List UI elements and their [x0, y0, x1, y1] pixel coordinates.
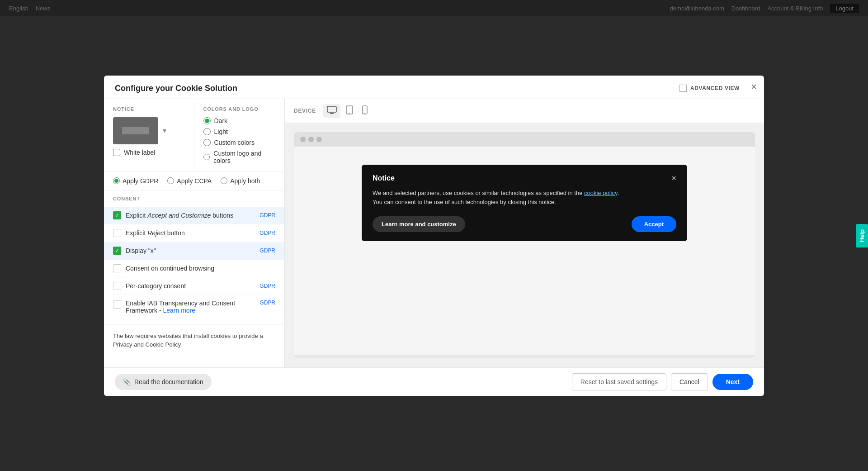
- notice-dropdown-arrow[interactable]: ▾: [163, 126, 166, 135]
- consent-checkbox-iab[interactable]: [113, 300, 121, 309]
- law-text-section: The law requires websites that install c…: [104, 324, 284, 357]
- color-label-custom-colors: Custom colors: [214, 139, 255, 146]
- left-panel: NOTICE ▾ White label: [104, 99, 285, 367]
- colors-section-header: COLORS AND LOGO: [203, 106, 276, 112]
- browser-dot-1: [300, 137, 306, 142]
- read-docs-button[interactable]: 📎 Read the documentation: [115, 374, 212, 390]
- consent-checkbox-accept-customize[interactable]: ✓: [113, 211, 121, 219]
- white-label-row: White label: [113, 149, 185, 156]
- right-panel: DEVICE: [285, 99, 764, 367]
- consent-item-continued-browsing: Consent on continued browsing: [113, 260, 275, 277]
- consent-section: CONSENT ✓ Explicit Accept and Customize …: [104, 190, 284, 324]
- consent-text-per-category: Per-category consent: [126, 282, 255, 290]
- cookie-policy-link[interactable]: cookie policy: [584, 190, 617, 196]
- color-option-custom-colors[interactable]: Custom colors: [203, 139, 276, 146]
- apply-both-radio[interactable]: [221, 177, 227, 184]
- color-option-custom-logo-colors[interactable]: Custom logo and colors: [203, 150, 276, 164]
- white-label-checkbox[interactable]: [113, 149, 120, 156]
- modal-body: NOTICE ▾ White label: [104, 99, 764, 367]
- device-label: DEVICE: [294, 108, 316, 114]
- consent-text-continued-browsing: Consent on continued browsing: [126, 265, 275, 272]
- consent-checkbox-continued-browsing[interactable]: [113, 264, 121, 272]
- consent-item-accept-customize: ✓ Explicit Accept and Customize buttons …: [104, 207, 284, 224]
- notice-section-header: NOTICE: [113, 106, 185, 112]
- advanced-view-label: ADVANCED VIEW: [690, 85, 740, 91]
- advanced-view-checkbox[interactable]: [679, 85, 687, 92]
- apply-row: Apply GDPR Apply CCPA Apply both: [104, 172, 284, 190]
- consent-text-accept-customize: Explicit Accept and Customize buttons: [126, 212, 255, 219]
- cookie-notice-footer: Learn more and customize Accept: [373, 216, 676, 232]
- apply-gdpr-label: Apply GDPR: [123, 177, 158, 185]
- cookie-notice-body-text: We and selected partners, use cookies or…: [373, 190, 584, 196]
- apply-ccpa-label: Apply CCPA: [177, 177, 212, 185]
- apply-ccpa-item[interactable]: Apply CCPA: [167, 177, 212, 185]
- device-mobile-button[interactable]: [359, 104, 371, 118]
- apply-gdpr-item[interactable]: Apply GDPR: [113, 177, 158, 185]
- notice-colors-row: NOTICE ▾ White label: [104, 99, 284, 172]
- accept-button[interactable]: Accept: [632, 216, 676, 232]
- color-label-custom-logo-colors: Custom logo and colors: [213, 150, 275, 164]
- modal: × Configure your Cookie Solution ADVANCE…: [104, 76, 764, 396]
- consent-text-reject: Explicit Reject button: [126, 229, 255, 237]
- tablet-icon: [346, 105, 353, 114]
- svg-rect-0: [327, 106, 336, 112]
- paperclip-icon: 📎: [123, 378, 131, 385]
- apply-gdpr-radio[interactable]: [113, 177, 120, 184]
- apply-both-label: Apply both: [230, 177, 260, 185]
- browser-dot-2: [308, 137, 314, 142]
- learn-more-button[interactable]: Learn more and customize: [373, 216, 465, 232]
- color-option-light[interactable]: Light: [203, 128, 276, 135]
- reset-button[interactable]: Reset to last saved settings: [572, 373, 666, 390]
- cancel-button[interactable]: Cancel: [671, 373, 708, 390]
- cookie-notice-close-button[interactable]: ×: [671, 174, 676, 183]
- help-tab[interactable]: Help: [856, 224, 868, 247]
- learn-more-link[interactable]: Learn more: [163, 307, 195, 314]
- law-text: The law requires websites that install c…: [113, 332, 275, 349]
- modal-close-button[interactable]: ×: [751, 81, 757, 93]
- apply-ccpa-radio[interactable]: [167, 177, 174, 184]
- browser-content: Notice × We and selected partners, use c…: [294, 147, 755, 355]
- consent-item-display-x: ✓ Display "x" GDPR: [104, 242, 284, 260]
- consent-text-display-x: Display "x": [126, 247, 255, 254]
- colors-column: COLORS AND LOGO Dark Light: [194, 99, 285, 171]
- white-label-text: White label: [124, 149, 155, 156]
- consent-item-iab: Enable IAB Transparency and Consent Fram…: [113, 295, 275, 319]
- device-bar: DEVICE: [285, 99, 764, 123]
- notice-preview: ▾: [113, 117, 185, 144]
- modal-footer: 📎 Read the documentation Reset to last s…: [104, 367, 764, 396]
- color-radio-group: Dark Light Custom colors: [203, 117, 276, 164]
- modal-header: Configure your Cookie Solution ADVANCED …: [104, 76, 764, 99]
- gdpr-badge-accept-customize: GDPR: [259, 212, 275, 219]
- gdpr-badge-display-x: GDPR: [259, 247, 275, 254]
- device-tablet-button[interactable]: [342, 104, 357, 118]
- cookie-notice-body: We and selected partners, use cookies or…: [373, 189, 676, 208]
- color-label-light: Light: [214, 128, 228, 135]
- consent-text-iab: Enable IAB Transparency and Consent Fram…: [126, 300, 255, 314]
- color-radio-light[interactable]: [203, 128, 211, 135]
- notice-preview-inner: [122, 127, 149, 134]
- consent-item-reject: Explicit Reject button GDPR: [113, 224, 275, 242]
- gdpr-badge-reject: GDPR: [259, 230, 275, 236]
- device-desktop-button[interactable]: [323, 104, 340, 118]
- footer-right: Reset to last saved settings Cancel Next: [572, 373, 753, 390]
- consent-checkbox-display-x[interactable]: ✓: [113, 247, 121, 255]
- next-button[interactable]: Next: [712, 374, 753, 390]
- color-radio-custom-logo-colors[interactable]: [203, 153, 210, 161]
- notice-preview-box: [113, 117, 158, 144]
- apply-both-item[interactable]: Apply both: [221, 177, 260, 185]
- modal-overlay: × Configure your Cookie Solution ADVANCE…: [0, 0, 868, 471]
- modal-title: Configure your Cookie Solution: [115, 84, 237, 93]
- consent-section-header: CONSENT: [113, 196, 275, 201]
- advanced-view-toggle[interactable]: ADVANCED VIEW: [679, 85, 740, 92]
- color-radio-custom-colors[interactable]: [203, 139, 211, 146]
- gdpr-badge-iab: GDPR: [259, 300, 275, 306]
- consent-checkbox-per-category[interactable]: [113, 282, 121, 290]
- gdpr-badge-per-category: GDPR: [259, 283, 275, 289]
- consent-checkbox-reject[interactable]: [113, 229, 121, 237]
- color-option-dark[interactable]: Dark: [203, 117, 276, 124]
- color-label-dark: Dark: [214, 117, 228, 124]
- browser-chrome: [294, 132, 755, 147]
- read-docs-label: Read the documentation: [134, 378, 203, 385]
- color-radio-dark[interactable]: [203, 117, 211, 124]
- browser-window: Notice × We and selected partners, use c…: [294, 132, 755, 358]
